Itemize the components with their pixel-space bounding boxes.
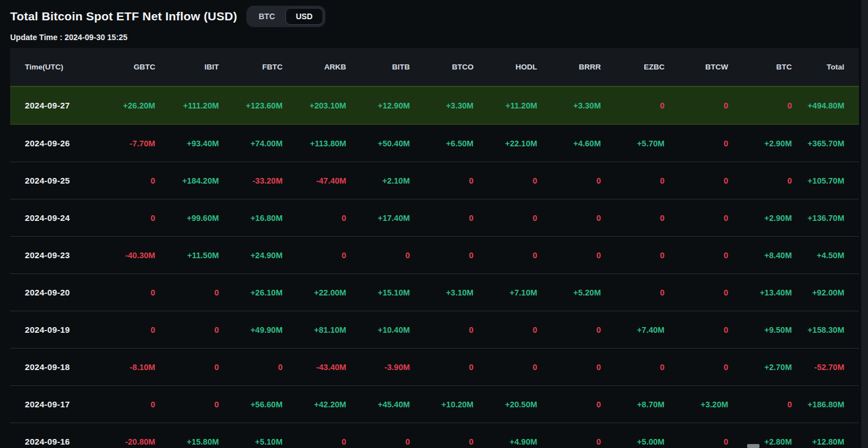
horizontal-scrollbar-thumb[interactable] [747, 444, 760, 448]
value-cell: +494.80M [795, 86, 859, 124]
table-row[interactable]: 2024-09-18-8.10M00-43.40M-3.90M00000+2.7… [10, 349, 859, 386]
column-header-time-utc-: Time(UTC) [10, 48, 95, 86]
value-cell: +2.70M [732, 349, 796, 386]
column-header-btcw: BTCW [668, 48, 732, 86]
value-cell: +20.50M [477, 386, 541, 423]
value-cell: +2.10M [350, 162, 414, 199]
value-cell: +26.10M [222, 274, 286, 311]
value-cell: 0 [541, 162, 605, 199]
value-cell: +42.20M [286, 386, 350, 423]
value-cell: +136.70M [795, 199, 859, 237]
table-row[interactable]: 2024-09-26-7.70M+93.40M+74.00M+113.80M+5… [10, 124, 859, 162]
table-row[interactable]: 2024-09-23-40.30M+11.50M+24.90M0000000+8… [10, 237, 859, 274]
value-cell: +12.90M [350, 86, 414, 124]
value-cell: +113.80M [286, 124, 350, 162]
table-row[interactable]: 2024-09-250+184.20M-33.20M-47.40M+2.10M0… [10, 162, 859, 199]
value-cell: 0 [95, 199, 159, 237]
value-cell: +158.30M [795, 311, 859, 349]
value-cell: +203.10M [286, 86, 350, 124]
value-cell: 0 [668, 124, 732, 162]
value-cell: -47.40M [286, 162, 350, 199]
date-cell: 2024-09-26 [10, 124, 95, 162]
value-cell: -3.90M [350, 349, 414, 386]
toggle-usd-button[interactable]: USD [285, 8, 324, 25]
value-cell: 0 [95, 274, 159, 311]
value-cell: 0 [413, 349, 477, 386]
value-cell: +3.10M [413, 274, 477, 311]
value-cell: 0 [668, 86, 732, 124]
date-cell: 2024-09-27 [10, 86, 95, 124]
value-cell: +4.60M [541, 124, 605, 162]
value-cell: 0 [668, 162, 732, 199]
value-cell: +105.70M [795, 162, 859, 199]
value-cell: 0 [541, 349, 605, 386]
value-cell: +22.00M [286, 274, 350, 311]
value-cell: 0 [604, 199, 668, 237]
update-time: Update Time : 2024-09-30 15:25 [0, 27, 868, 48]
value-cell: +2.90M [732, 199, 796, 237]
value-cell: +45.40M [350, 386, 414, 423]
value-cell: +8.70M [604, 386, 668, 423]
date-cell: 2024-09-25 [10, 162, 95, 199]
value-cell: 0 [477, 237, 541, 274]
value-cell: 0 [95, 386, 159, 423]
table-row[interactable]: 2024-09-1700+56.60M+42.20M+45.40M+10.20M… [10, 386, 859, 423]
value-cell: +17.40M [350, 199, 414, 237]
value-cell: +4.90M [477, 423, 541, 448]
value-cell: 0 [604, 86, 668, 124]
value-cell: 0 [732, 386, 796, 423]
table-body: 2024-09-27+26.20M+111.20M+123.60M+203.10… [10, 86, 859, 448]
value-cell: +6.50M [413, 124, 477, 162]
value-cell: 0 [604, 349, 668, 386]
topbar: Total Bitcoin Spot ETF Net Inflow (USD) … [0, 0, 868, 27]
value-cell: +99.60M [159, 199, 223, 237]
value-cell: +3.20M [668, 386, 732, 423]
value-cell: +15.10M [350, 274, 414, 311]
table-row[interactable]: 2024-09-1900+49.90M+81.10M+10.40M000+7.4… [10, 311, 859, 349]
value-cell: +123.60M [222, 86, 286, 124]
value-cell: 0 [413, 311, 477, 349]
value-cell: +10.20M [413, 386, 477, 423]
value-cell: 0 [95, 162, 159, 199]
column-header-btc: BTC [732, 48, 796, 86]
value-cell: -20.80M [95, 423, 159, 448]
value-cell: 0 [286, 423, 350, 448]
table-row[interactable]: 2024-09-16-20.80M+15.80M+5.10M000+4.90M0… [10, 423, 859, 448]
value-cell: +5.70M [604, 124, 668, 162]
date-cell: 2024-09-23 [10, 237, 95, 274]
column-header-brrr: BRRR [541, 48, 605, 86]
value-cell: +5.10M [222, 423, 286, 448]
value-cell: +5.20M [541, 274, 605, 311]
column-header-ezbc: EZBC [604, 48, 668, 86]
value-cell: 0 [159, 274, 223, 311]
column-header-total: Total [795, 48, 859, 86]
value-cell: +5.00M [604, 423, 668, 448]
value-cell: -43.40M [286, 349, 350, 386]
value-cell: +92.00M [795, 274, 859, 311]
table-row[interactable]: 2024-09-2000+26.10M+22.00M+15.10M+3.10M+… [10, 274, 859, 311]
value-cell: 0 [668, 311, 732, 349]
value-cell: +2.90M [732, 124, 796, 162]
toggle-btc-button[interactable]: BTC [249, 8, 285, 25]
value-cell: 0 [477, 311, 541, 349]
value-cell: +186.80M [795, 386, 859, 423]
table-row[interactable]: 2024-09-27+26.20M+111.20M+123.60M+203.10… [10, 86, 859, 124]
value-cell: 0 [286, 199, 350, 237]
value-cell: 0 [286, 237, 350, 274]
value-cell: -8.10M [95, 349, 159, 386]
value-cell: 0 [604, 237, 668, 274]
value-cell: +3.30M [541, 86, 605, 124]
value-cell: +15.80M [159, 423, 223, 448]
column-header-bitb: BITB [350, 48, 414, 86]
value-cell: 0 [732, 86, 796, 124]
date-cell: 2024-09-17 [10, 386, 95, 423]
value-cell: 0 [541, 423, 605, 448]
unit-toggle[interactable]: BTC USD [246, 6, 326, 27]
value-cell: +7.10M [477, 274, 541, 311]
value-cell: 0 [541, 386, 605, 423]
value-cell: 0 [541, 199, 605, 237]
table-row[interactable]: 2024-09-240+99.60M+16.80M0+17.40M00000+2… [10, 199, 859, 237]
value-cell: 0 [604, 274, 668, 311]
value-cell: +12.80M [795, 423, 859, 448]
value-cell: 0 [95, 311, 159, 349]
